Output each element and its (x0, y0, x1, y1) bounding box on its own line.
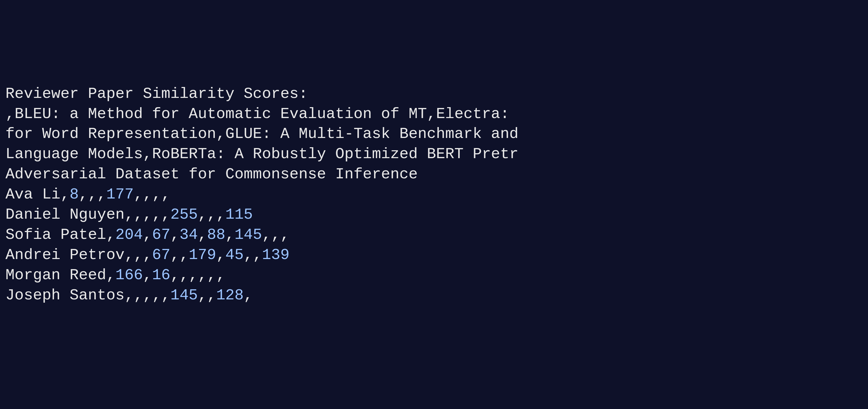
score-value: 166 (115, 266, 143, 284)
header-row-part-2: ,BLEU: a Method for Automatic Evaluation… (5, 104, 863, 124)
score-value: 16 (152, 266, 170, 284)
score-value: 145 (235, 226, 262, 244)
score-value: 8 (69, 186, 79, 203)
data-row: Andrei Petrov,,,67,,179,45,,139 (5, 245, 863, 265)
score-value: 179 (189, 246, 216, 264)
score-value: 255 (170, 206, 198, 223)
data-row: Morgan Reed,166,16,,,,,, (5, 265, 863, 285)
data-row: Daniel Nguyen,,,,,255,,,115 (5, 205, 863, 225)
score-value: 145 (170, 287, 198, 304)
score-value: 177 (106, 186, 134, 203)
reviewer-name: Morgan Reed (5, 266, 106, 284)
score-value: 128 (216, 287, 244, 304)
header-row-part-5: Adversarial Dataset for Commonsense Infe… (5, 164, 863, 185)
reviewer-name: Joseph Santos (5, 287, 125, 304)
reviewer-name: Andrei Petrov (5, 246, 125, 264)
reviewer-name: Daniel Nguyen (5, 206, 125, 223)
score-value: 67 (152, 246, 170, 264)
data-row: Joseph Santos,,,,,145,,128, (5, 285, 863, 306)
data-row: Sofia Patel,204,67,34,88,145,,, (5, 225, 863, 245)
terminal-output: Reviewer Paper Similarity Scores:,BLEU: … (5, 84, 863, 306)
reviewer-name: Sofia Patel (5, 226, 106, 244)
score-value: 115 (225, 206, 253, 223)
score-value: 67 (152, 226, 170, 244)
score-value: 204 (115, 226, 143, 244)
score-value: 34 (180, 226, 198, 244)
score-value: 45 (225, 246, 244, 264)
header-row-part-3: for Word Representation,GLUE: A Multi-Ta… (5, 124, 863, 144)
score-value: 88 (207, 226, 225, 244)
reviewer-name: Ava Li (5, 186, 61, 203)
data-row: Ava Li,8,,,177,,,, (5, 185, 863, 205)
header-row-part-4: Language Models,RoBERTa: A Robustly Opti… (5, 144, 863, 164)
output-title: Reviewer Paper Similarity Scores: (5, 84, 863, 104)
score-value: 139 (262, 246, 289, 264)
